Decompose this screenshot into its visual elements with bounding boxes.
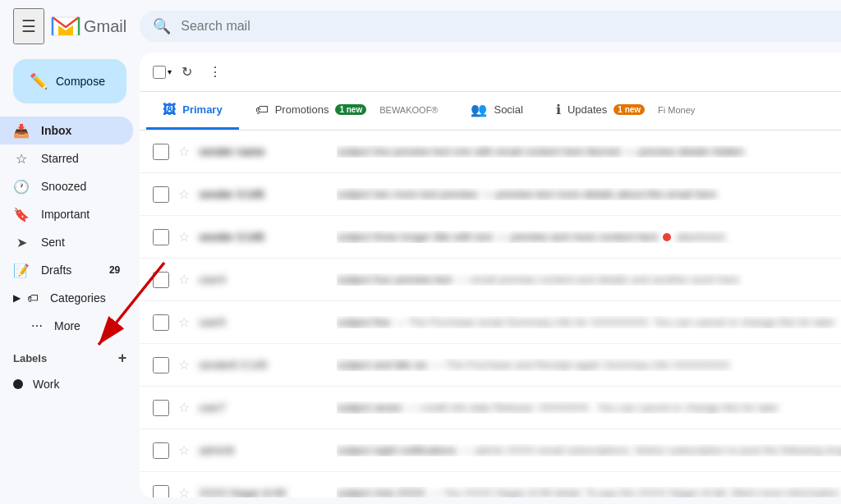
email-checkbox[interactable] [153, 314, 169, 331]
refresh-icon: ↻ [182, 64, 192, 80]
more-toolbar-icon: ⋮ [209, 64, 222, 80]
email-preview: — You XXXX Nagar id 69 detail. To pay th… [430, 487, 839, 497]
snoozed-label: Snoozed [41, 180, 86, 193]
hamburger-button[interactable]: ☰ [13, 8, 44, 44]
tab-promotions[interactable]: 🏷 Promotions 1 new BEWAKOOF® [239, 93, 455, 130]
sidebar-item-categories[interactable]: ▶ 🏷 Categories [0, 284, 140, 312]
email-sender: user5 [199, 316, 330, 328]
add-label-button[interactable]: + [118, 350, 127, 367]
table-row[interactable]: ☆ user7 subject seven — credit info date… [140, 387, 841, 429]
email-list: ☆ sender name subject line preview text … [140, 131, 841, 497]
search-icon: 🔍 [153, 17, 171, 35]
table-row[interactable]: ☆ sender name subject line preview text … [140, 131, 841, 173]
select-dropdown-arrow[interactable]: ▾ [168, 67, 172, 76]
promotions-subtitle: BEWAKOOF® [379, 105, 438, 115]
table-row[interactable]: ☆ sender6 3:145 subject and title six — … [140, 344, 841, 387]
select-all-wrapper[interactable]: ▾ [153, 66, 172, 79]
important-label: Important [41, 208, 90, 221]
email-subject: subject two more text preview [337, 188, 477, 200]
email-preview: — The Purchase and Receipt again Summary… [432, 359, 730, 371]
star-button[interactable]: ☆ [176, 442, 192, 458]
star-button[interactable]: ☆ [176, 485, 192, 497]
starred-label: Starred [41, 152, 79, 165]
compose-button[interactable]: ✏️ Compose [13, 59, 126, 103]
email-sender: sender6 3:145 [199, 359, 330, 371]
table-row[interactable]: ☆ XXXX Nagar id 69 subject nine XXXX — Y… [140, 472, 841, 497]
email-checkbox[interactable] [153, 357, 169, 373]
gmail-logo: Gmail [51, 16, 126, 37]
email-checkbox[interactable] [153, 400, 169, 416]
tab-promotions-icon: 🏷 [255, 103, 269, 117]
star-button[interactable]: ☆ [176, 186, 192, 202]
email-preview: — preview and more content here [498, 231, 659, 243]
attachment-label: attachment [676, 231, 724, 243]
categories-label: Categories [50, 291, 106, 305]
sidebar-item-more[interactable]: ⋯ More [0, 312, 140, 340]
table-row[interactable]: ☆ sender 3:145 subject three longer titl… [140, 216, 841, 259]
drafts-label: Drafts [41, 263, 71, 277]
email-sender: sender 3:145 [199, 231, 330, 243]
email-checkbox[interactable] [153, 442, 169, 459]
star-button[interactable]: ☆ [176, 272, 192, 287]
select-all-checkbox[interactable] [153, 66, 166, 79]
more-toolbar-button[interactable]: ⋮ [202, 59, 228, 85]
label-item-work[interactable]: Work [0, 370, 140, 398]
tab-social-label: Social [494, 103, 522, 116]
drafts-icon: 📝 [13, 263, 30, 278]
email-subject: subject four preview text [337, 273, 452, 286]
email-preview: — preview text more details about this e… [482, 188, 716, 200]
tab-updates[interactable]: ℹ Updates 1 new Fi Money [540, 92, 711, 130]
email-sender: user7 [199, 401, 330, 414]
red-dot-indicator [663, 233, 671, 241]
star-button[interactable]: ☆ [176, 314, 192, 330]
star-button[interactable]: ☆ [176, 357, 192, 373]
star-button[interactable]: ☆ [176, 400, 192, 415]
categories-icon: 🏷 [27, 291, 39, 305]
label-name-work: Work [33, 378, 59, 391]
email-preview: — admin XXXX email subscriptions. Notice… [462, 444, 842, 456]
sidebar-item-important[interactable]: 🔖 Important [0, 200, 133, 228]
labels-section: Labels + Work [0, 340, 140, 405]
expand-icon: ▶ [13, 292, 21, 304]
email-preview: — preview details hidden [625, 145, 744, 158]
search-input[interactable] [181, 19, 841, 34]
star-button[interactable]: ☆ [176, 229, 192, 245]
table-row[interactable]: ☆ user4 subject four preview text — emai… [140, 259, 841, 301]
search-bar[interactable]: 🔍 ⚙ [140, 11, 841, 42]
email-checkbox[interactable] [153, 186, 169, 203]
email-preview: — The Purchase email Summary info for XX… [395, 316, 834, 328]
label-dot-work [13, 379, 23, 389]
tab-social[interactable]: 👥 Social [454, 92, 539, 130]
sidebar-item-inbox[interactable]: 📥 Inbox [0, 117, 133, 144]
refresh-button[interactable]: ↻ [175, 59, 199, 85]
more-icon: ⋯ [31, 319, 43, 332]
sidebar-item-starred[interactable]: ☆ Starred [0, 144, 133, 172]
promotions-badge: 1 new [335, 104, 366, 115]
email-subject: subject line preview text one with email… [337, 145, 620, 158]
sidebar-item-sent[interactable]: ➤ Sent [0, 228, 133, 256]
email-sender: XXXX Nagar id 69 [199, 487, 330, 497]
email-checkbox[interactable] [153, 272, 169, 288]
star-button[interactable]: ☆ [176, 144, 192, 159]
email-checkbox[interactable] [153, 144, 169, 160]
toolbar: ▾ ↻ ⋮ [140, 53, 841, 92]
email-checkbox[interactable] [153, 485, 169, 498]
email-sender: admin8 [199, 444, 330, 456]
table-row[interactable]: ☆ user5 subject five — The Purchase emai… [140, 301, 841, 344]
compose-label: Compose [56, 75, 105, 88]
email-preview: — credit info date Release: XXXXXXX . Yo… [407, 401, 779, 414]
gmail-text: Gmail [84, 17, 126, 36]
right-panel: 🔍 ⚙ ▾ ↻ ⋮ [140, 0, 841, 504]
sidebar-item-snoozed[interactable]: 🕐 Snoozed [0, 172, 133, 200]
star-icon: ☆ [13, 151, 30, 167]
important-icon: 🔖 [13, 207, 30, 222]
snoozed-icon: 🕐 [13, 179, 30, 195]
email-sender: user4 [199, 273, 330, 286]
table-row[interactable]: ☆ sender 3:145 subject two more text pre… [140, 173, 841, 216]
tab-primary[interactable]: 🖼 Primary [146, 93, 238, 130]
updates-badge: 1 new [614, 104, 645, 115]
sidebar-item-drafts[interactable]: 📝 Drafts 29 [0, 256, 133, 284]
email-checkbox[interactable] [153, 229, 169, 245]
table-row[interactable]: ☆ admin8 subject eight notifications — a… [140, 429, 841, 472]
email-subject: subject five [337, 316, 390, 328]
